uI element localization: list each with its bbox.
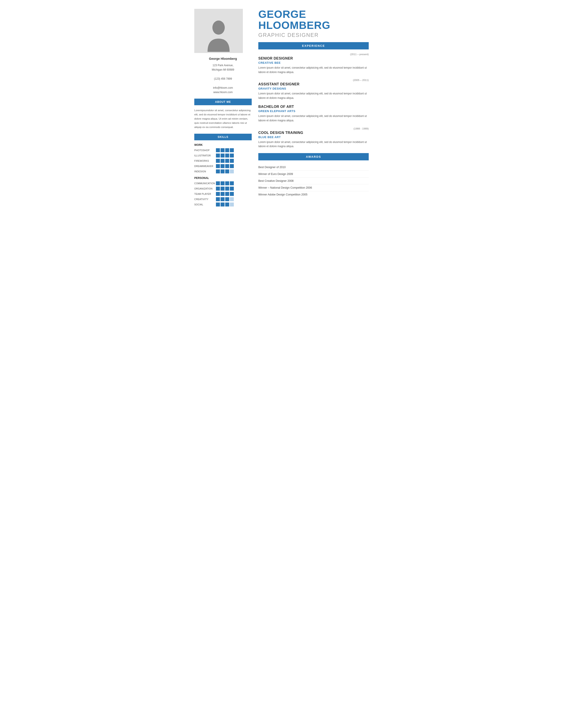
bar [216,192,220,196]
exp-date-2: (2005 – 2011) [258,79,369,81]
skill-bars-social [216,203,234,206]
personal-skills-section: PERSONAL COMMUNICATION ORGANIZATION [194,176,252,206]
awards-list: Best Designer of 2010 Winner of Euro Des… [258,164,369,198]
bar [216,154,220,158]
bar [225,181,229,185]
bar [225,159,229,163]
skill-bars-organization [216,187,234,191]
awards-header: AWARDS [258,153,369,160]
exp-company-2: GRAVITY DESIGNS [258,87,369,90]
bar [225,203,229,206]
skill-illustrator: ILLUSTRATOR [194,154,252,158]
experience-item-2: (2005 – 2011) ASSISTANT DESIGNER GRAVITY… [258,79,369,100]
skill-bars-creativity [216,197,234,201]
svg-point-0 [212,21,225,35]
profile-photo [194,9,243,53]
bar [230,187,234,191]
bar [220,187,224,191]
experience-header: EXPERIENCE [258,42,369,49]
exp-company-4: BLUE BEE ART [258,135,369,139]
skill-label-dreamweaver: DREAMWEAVER [194,165,214,167]
bar [220,159,224,163]
address-line1: 123 Park Avenue, [194,63,252,68]
exp-desc-1: Lorem ipsum dolor sit amet, consectetur … [258,66,369,75]
bar [220,169,224,173]
bar [230,203,234,206]
bar [216,197,220,201]
name-title-block: GEORGE HLOOMBERG GRAPHIC DESIGNER [258,9,369,38]
bar [230,164,234,168]
skills-header: SKILLS [194,134,252,140]
bar [216,181,220,185]
bar [230,192,234,196]
silhouette-icon [205,18,232,53]
exp-job-title-4: COOL DESIGN TRAINING [258,131,369,135]
bar [225,187,229,191]
skill-bars-team-player [216,192,234,196]
exp-company-1: CREATIVE BEE [258,61,369,64]
resume-container: George Hloomberg 123 Park Avenue, Michig… [194,9,369,209]
bar [225,148,229,152]
contact-name: George Hloomberg [194,57,252,60]
award-item-1: Best Designer of 2010 [258,164,369,171]
bar [230,197,234,201]
right-column: GEORGE HLOOMBERG GRAPHIC DESIGNER EXPERI… [258,9,369,209]
bar [216,169,220,173]
skill-bars-communication [216,181,234,185]
skill-bars-photoshop [216,148,234,152]
skill-social: SOCIAL [194,203,252,206]
about-me-text: Loremipsumdolor sit amet, consectetur ad… [194,108,252,129]
bar [216,159,220,163]
skill-organization: ORGANIZATION [194,187,252,191]
bar [225,169,229,173]
skill-bars-indesign [216,169,234,173]
skill-photoshop: PHOTOSHOP [194,148,252,152]
bar [220,192,224,196]
experience-item-1: (2011 – present) SENIOR DESIGNER CREATIV… [258,53,369,75]
skill-communication: COMMUNICATION [194,181,252,185]
skill-label-illustrator: ILLUSTRATOR [194,154,214,157]
skill-creativity: CREATIVITY [194,197,252,201]
exp-job-title-1: SENIOR DESIGNER [258,56,369,60]
exp-desc-3: Lorem ipsum dolor sit amet, consectetur … [258,114,369,123]
bar [216,164,220,168]
skill-label-team-player: TEAM PLAYER [194,193,214,195]
bar [230,181,234,185]
phone: (123) 456 7899 [194,77,252,81]
skill-dreamweaver: DREAMWEAVER [194,164,252,168]
skill-label-communication: COMMUNICATION [194,182,214,185]
bar [220,164,224,168]
skill-team-player: TEAM PLAYER [194,192,252,196]
bar [230,169,234,173]
bar [225,164,229,168]
bar [230,148,234,152]
bar [230,159,234,163]
work-skills-section: WORK PHOTOSHOP ILLUSTRATOR [194,143,252,173]
about-me-header: ABOUT ME [194,99,252,105]
skill-bars-illustrator [216,154,234,158]
skill-bars-dreamweaver [216,164,234,168]
bar [230,154,234,158]
bar [216,148,220,152]
left-column: George Hloomberg 123 Park Avenue, Michig… [194,9,252,209]
skill-label-fireworks: FIREWORKS [194,159,214,162]
contact-info: 123 Park Avenue, Michigan MI 60689 (123)… [194,63,252,95]
job-title: GRAPHIC DESIGNER [258,32,369,38]
skill-label-indesign: INDESIGN [194,170,214,173]
bar [220,203,224,206]
skill-fireworks: FIREWORKS [194,159,252,163]
experience-item-3: BACHELOR OF ART GREEN ELEPHANT ARTS Lore… [258,105,369,123]
exp-company-3: GREEN ELEPHANT ARTS [258,109,369,113]
skill-label-organization: ORGANIZATION [194,187,214,190]
first-name: GEORGE [258,9,369,20]
bar [225,154,229,158]
bar [220,197,224,201]
address-line2: Michigan MI 60689 [194,68,252,72]
email: info@hloom.com [194,86,252,90]
bar [220,148,224,152]
bar [225,192,229,196]
award-item-3: Best Creative Designer 2008 [258,178,369,184]
award-item-5: Winner Adobe Design Competition 2005 [258,191,369,198]
skill-label-photoshop: PHOTOSHOP [194,149,214,152]
skill-label-creativity: CREATIVITY [194,198,214,201]
